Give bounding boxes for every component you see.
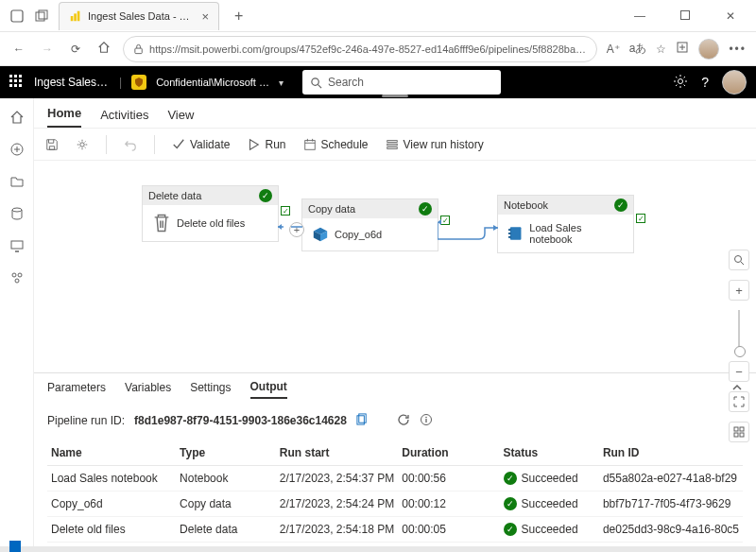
monitor-nav-icon[interactable]: [9, 238, 25, 253]
refresh-icon[interactable]: [397, 413, 410, 429]
svg-rect-34: [508, 236, 511, 238]
panel-tab-parameters[interactable]: Parameters: [47, 381, 106, 398]
col-runid[interactable]: Run ID: [599, 440, 743, 466]
svg-point-23: [80, 142, 84, 146]
profile-avatar[interactable]: [698, 39, 719, 60]
svg-rect-1: [36, 12, 44, 21]
chevron-down-icon[interactable]: ▾: [279, 78, 284, 88]
table-row[interactable]: Load Sales notebookNotebook2/17/2023, 2:…: [47, 465, 743, 492]
validate-button[interactable]: Validate: [172, 138, 230, 151]
profile-square-icon[interactable]: [9, 9, 25, 24]
panel-resize-handle[interactable]: [382, 95, 408, 97]
save-button[interactable]: [45, 138, 59, 151]
col-type[interactable]: Type: [176, 440, 276, 466]
activity-copy-data[interactable]: Copy data Copy_o6d: [301, 198, 438, 251]
url-input[interactable]: https://msit.powerbi.com/groups/4752ef9c…: [123, 36, 597, 62]
browse-nav-icon[interactable]: [9, 174, 25, 189]
output-panel: Parameters Variables Settings Output Pip…: [34, 372, 756, 553]
svg-point-17: [12, 208, 22, 212]
col-start[interactable]: Run start: [276, 440, 398, 466]
zoom-in-button[interactable]: +: [729, 280, 749, 301]
favorite-icon[interactable]: ☆: [656, 43, 666, 56]
start-button[interactable]: [9, 541, 21, 552]
svg-rect-5: [77, 11, 80, 22]
svg-rect-29: [387, 144, 397, 146]
minimap-button[interactable]: [729, 422, 749, 442]
success-handle-icon[interactable]: [281, 206, 290, 216]
svg-rect-4: [74, 13, 77, 21]
undo-button[interactable]: [124, 138, 137, 151]
table-row[interactable]: Delete old filesDelete data2/17/2023, 2:…: [47, 517, 743, 543]
tab-home[interactable]: Home: [47, 106, 81, 128]
zoom-slider[interactable]: [738, 310, 740, 352]
panel-tab-variables[interactable]: Variables: [125, 381, 171, 398]
status-success-icon: [504, 497, 517, 510]
window-maximize-button[interactable]: [669, 9, 701, 23]
user-avatar[interactable]: [722, 70, 747, 95]
window-minimize-button[interactable]: ―: [624, 9, 656, 23]
search-input[interactable]: Search: [302, 70, 501, 95]
tab-activities[interactable]: Activities: [100, 108, 148, 128]
col-status[interactable]: Status: [500, 440, 599, 466]
workspace-nav-icon[interactable]: [9, 270, 25, 285]
success-handle-icon[interactable]: [636, 214, 645, 223]
panel-tab-output[interactable]: Output: [250, 380, 287, 399]
home-nav-icon[interactable]: [9, 110, 25, 125]
help-icon[interactable]: ?: [701, 75, 709, 90]
translate-icon[interactable]: aあ: [629, 41, 647, 57]
ribbon-toolbar: Validate Run Schedule View run history: [34, 129, 756, 161]
close-icon[interactable]: ×: [201, 9, 209, 24]
window-close-button[interactable]: ✕: [714, 9, 747, 23]
collections-icon[interactable]: [676, 41, 689, 57]
tabs-overview-icon[interactable]: [34, 9, 49, 24]
data-nav-icon[interactable]: [9, 206, 25, 221]
info-icon[interactable]: [420, 413, 433, 429]
notebook-icon: [507, 225, 524, 242]
forward-button[interactable]: →: [38, 43, 57, 56]
activity-notebook[interactable]: Notebook Load Sales notebook: [497, 195, 634, 253]
panel-tab-settings[interactable]: Settings: [190, 381, 231, 398]
browser-menu-button[interactable]: •••: [729, 43, 747, 56]
run-history-button[interactable]: View run history: [386, 138, 484, 151]
browser-tab-active[interactable]: Ingest Sales Data - Data enginee ×: [59, 2, 219, 30]
col-duration[interactable]: Duration: [398, 440, 499, 466]
activity-delete-data[interactable]: Delete data Delete old files: [142, 185, 279, 242]
status-success-icon: [419, 202, 432, 216]
success-handle-icon[interactable]: [440, 216, 450, 225]
sensitivity-label[interactable]: Confidential\Microsoft …: [156, 77, 269, 88]
svg-rect-0: [11, 10, 23, 22]
ribbon-tabs: Home Activities View: [34, 98, 756, 129]
tab-view[interactable]: View: [167, 108, 194, 128]
settings-button[interactable]: [76, 138, 89, 151]
search-placeholder: Search: [328, 76, 364, 89]
schedule-button[interactable]: Schedule: [303, 138, 369, 151]
activity-name: Delete old files: [177, 217, 245, 229]
svg-rect-32: [508, 229, 511, 231]
svg-point-20: [12, 273, 16, 277]
home-button[interactable]: [94, 41, 113, 57]
col-name[interactable]: Name: [47, 440, 176, 466]
zoom-fit-button[interactable]: [729, 250, 749, 270]
settings-icon[interactable]: [673, 74, 688, 92]
svg-rect-3: [71, 16, 74, 21]
status-success-icon: [504, 472, 517, 485]
table-row[interactable]: Copy_o6dCopy data2/17/2023, 2:54:24 PM00…: [47, 492, 743, 517]
copy-icon[interactable]: [356, 413, 369, 428]
new-tab-button[interactable]: +: [234, 8, 243, 25]
status-success-icon: [259, 189, 272, 202]
run-button[interactable]: Run: [247, 138, 285, 151]
activity-name: Load Sales notebook: [529, 222, 624, 245]
browser-address-bar: ← → ⟳ https://msit.powerbi.com/groups/47…: [0, 32, 756, 66]
app-launcher-icon[interactable]: [9, 75, 25, 90]
add-activity-button[interactable]: +: [289, 222, 304, 237]
svg-rect-40: [740, 433, 744, 437]
svg-line-36: [741, 262, 744, 265]
refresh-button[interactable]: ⟳: [66, 43, 85, 56]
svg-rect-33: [508, 233, 511, 234]
create-nav-icon[interactable]: [9, 142, 25, 157]
back-button[interactable]: ←: [9, 43, 28, 56]
read-aloud-icon[interactable]: A⁺: [607, 43, 620, 56]
collapse-panel-button[interactable]: [731, 382, 743, 396]
trash-icon: [152, 213, 171, 233]
pipeline-canvas[interactable]: Delete data Delete old files Copy data C…: [34, 161, 756, 372]
